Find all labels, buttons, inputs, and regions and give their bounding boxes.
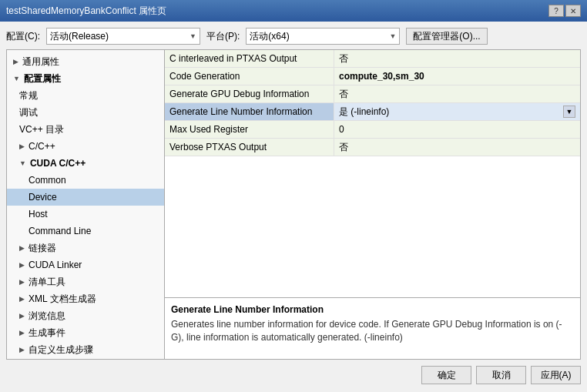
sidebar-item-xmlgen[interactable]: ▶XML 文档生成器 bbox=[7, 290, 164, 307]
apply-button[interactable]: 应用(A) bbox=[531, 366, 581, 384]
platform-dropdown[interactable]: 活动(x64) ▼ bbox=[246, 28, 400, 45]
ok-button[interactable]: 确定 bbox=[421, 366, 471, 384]
prop-value-text-verbose: 否 bbox=[339, 140, 348, 154]
tree-arrow-cpp: ▶ bbox=[19, 139, 25, 153]
sidebar-item-buildevents[interactable]: ▶生成事件 bbox=[7, 324, 164, 341]
prop-value-text-linenum: 是 (-lineinfo) bbox=[339, 105, 389, 119]
prop-value-codegen: compute_30,sm_30 bbox=[334, 68, 580, 85]
prop-value-text-maxreg: 0 bbox=[339, 122, 344, 136]
sidebar-item-vcdir[interactable]: VC++ 目录 bbox=[7, 121, 164, 138]
prop-name-gpudebug: Generate GPU Debug Information bbox=[165, 85, 334, 102]
prop-name-interleaved: C interleaved in PTXAS Output bbox=[165, 50, 334, 67]
tree-arrow-general: ▶ bbox=[13, 55, 18, 69]
cancel-button[interactable]: 取消 bbox=[476, 366, 526, 384]
tree-arrow-linker: ▶ bbox=[19, 241, 25, 255]
sidebar-item-cudalinker[interactable]: ▶CUDA Linker bbox=[7, 256, 164, 273]
prop-row-codegen[interactable]: Code Generationcompute_30,sm_30 bbox=[165, 68, 580, 85]
sidebar-item-host[interactable]: Host bbox=[7, 206, 164, 223]
footer-row: 确定 取消 应用(A) bbox=[6, 364, 581, 386]
tree-item-label-manifest: 清单工具 bbox=[29, 275, 65, 289]
prop-row-verbose[interactable]: Verbose PTXAS Output否 bbox=[165, 139, 580, 156]
prop-value-text-interleaved: 否 bbox=[339, 52, 348, 65]
sidebar-item-cmdline[interactable]: Command Line bbox=[7, 223, 164, 240]
prop-name-codegen: Code Generation bbox=[165, 68, 334, 85]
sidebar-item-device[interactable]: Device bbox=[7, 189, 164, 206]
tree-item-label-cpp: C/C++ bbox=[29, 139, 55, 153]
prop-name-maxreg: Max Used Register bbox=[165, 121, 334, 138]
tree-item-label-common: Common bbox=[29, 173, 66, 187]
sidebar-item-normal[interactable]: 常规 bbox=[7, 87, 164, 104]
tree-item-label-config: 配置属性 bbox=[24, 72, 61, 85]
tree-item-label-vcdir: VC++ 目录 bbox=[19, 122, 64, 136]
sidebar-item-manifest[interactable]: ▶清单工具 bbox=[7, 273, 164, 290]
prop-value-linenum[interactable]: 是 (-lineinfo)▼ bbox=[334, 103, 580, 120]
tree-item-label-normal: 常规 bbox=[19, 89, 38, 102]
tree-arrow-browse: ▶ bbox=[19, 309, 25, 323]
platform-dropdown-arrow: ▼ bbox=[389, 32, 396, 40]
close-button[interactable]: ✕ bbox=[565, 5, 581, 17]
description-text: Generates line number information for de… bbox=[171, 318, 574, 344]
tree-item-label-host: Host bbox=[29, 207, 48, 221]
sidebar-item-general[interactable]: ▶通用属性 bbox=[7, 53, 164, 70]
platform-label: 平台(P): bbox=[206, 30, 240, 43]
properties-panel: C interleaved in PTXAS Output否Code Gener… bbox=[165, 50, 580, 359]
sidebar-item-browse[interactable]: ▶浏览信息 bbox=[7, 307, 164, 324]
sidebar-item-config[interactable]: ▼配置属性 bbox=[7, 70, 164, 87]
content-area: ▶通用属性▼配置属性常规调试VC++ 目录▶C/C++▼CUDA C/C++Co… bbox=[6, 49, 581, 360]
prop-value-maxreg: 0 bbox=[334, 121, 580, 138]
prop-name-linenum: Generate Line Number Information bbox=[165, 103, 334, 120]
description-title: Generate Line Number Information bbox=[171, 304, 574, 315]
tree-arrow-manifest: ▶ bbox=[19, 275, 25, 289]
config-dropdown[interactable]: 活动(Release) ▼ bbox=[46, 28, 200, 45]
tree-arrow-cuda: ▼ bbox=[19, 156, 26, 170]
toolbar-row: 配置(C): 活动(Release) ▼ 平台(P): 活动(x64) ▼ 配置… bbox=[6, 28, 581, 45]
tree-item-label-general: 通用属性 bbox=[22, 55, 59, 69]
sidebar-item-cpp[interactable]: ▶C/C++ bbox=[7, 138, 164, 155]
prop-value-interleaved: 否 bbox=[334, 50, 580, 67]
prop-value-verbose: 否 bbox=[334, 139, 580, 156]
tree-item-label-xmlgen: XML 文档生成器 bbox=[29, 292, 96, 306]
tree-arrow-xmlgen: ▶ bbox=[19, 292, 25, 306]
config-dropdown-arrow: ▼ bbox=[190, 32, 196, 40]
tree-item-label-cudalinker: CUDA Linker bbox=[29, 258, 82, 272]
sidebar-item-cuda[interactable]: ▼CUDA C/C++ bbox=[7, 155, 164, 172]
tree-item-label-debug: 调试 bbox=[19, 106, 38, 119]
tree-panel: ▶通用属性▼配置属性常规调试VC++ 目录▶C/C++▼CUDA C/C++Co… bbox=[7, 50, 165, 359]
prop-row-gpudebug[interactable]: Generate GPU Debug Information否 bbox=[165, 85, 580, 103]
config-manager-button[interactable]: 配置管理器(O)... bbox=[406, 28, 487, 45]
tree-item-label-cuda: CUDA C/C++ bbox=[30, 156, 86, 170]
tree-arrow-custombuild: ▶ bbox=[19, 343, 25, 357]
tree-arrow-cudalinker: ▶ bbox=[19, 258, 25, 272]
tree-arrow-config: ▼ bbox=[13, 72, 20, 85]
title-bar: testSharedMemoryBankConflict 属性页 ? ✕ bbox=[0, 0, 587, 22]
tree-item-label-linker: 链接器 bbox=[29, 241, 56, 255]
prop-dropdown-btn-linenum[interactable]: ▼ bbox=[563, 106, 575, 118]
sidebar-item-custombuild[interactable]: ▶自定义生成步骤 bbox=[7, 341, 164, 358]
prop-row-interleaved[interactable]: C interleaved in PTXAS Output否 bbox=[165, 50, 580, 68]
sidebar-item-common[interactable]: Common bbox=[7, 172, 164, 189]
tree-item-label-buildevents: 生成事件 bbox=[29, 326, 65, 340]
prop-value-text-codegen: compute_30,sm_30 bbox=[339, 69, 424, 83]
tree-arrow-buildevents: ▶ bbox=[19, 326, 25, 340]
tree-item-label-device: Device bbox=[29, 190, 57, 204]
prop-row-linenum[interactable]: Generate Line Number Information是 (-line… bbox=[165, 103, 580, 121]
main-container: 配置(C): 活动(Release) ▼ 平台(P): 活动(x64) ▼ 配置… bbox=[0, 22, 587, 392]
config-value: 活动(Release) bbox=[50, 30, 109, 43]
prop-row-maxreg[interactable]: Max Used Register0 bbox=[165, 121, 580, 139]
window-title: testSharedMemoryBankConflict 属性页 bbox=[6, 5, 166, 18]
prop-value-text-gpudebug: 否 bbox=[339, 87, 348, 101]
window-controls: ? ✕ bbox=[548, 5, 581, 17]
tree-item-label-cmdline: Command Line bbox=[29, 224, 91, 238]
tree-item-label-browse: 浏览信息 bbox=[29, 309, 65, 323]
config-label: 配置(C): bbox=[6, 30, 40, 43]
sidebar-item-codeanalysis[interactable]: ▶代码分析 bbox=[7, 358, 164, 359]
prop-name-verbose: Verbose PTXAS Output bbox=[165, 139, 334, 156]
tree-item-label-custombuild: 自定义生成步骤 bbox=[29, 343, 93, 357]
sidebar-item-debug[interactable]: 调试 bbox=[7, 104, 164, 121]
sidebar-item-linker[interactable]: ▶链接器 bbox=[7, 240, 164, 256]
properties-table: C interleaved in PTXAS Output否Code Gener… bbox=[165, 50, 580, 297]
platform-value: 活动(x64) bbox=[250, 30, 289, 43]
prop-value-gpudebug: 否 bbox=[334, 85, 580, 102]
description-box: Generate Line Number Information Generat… bbox=[165, 297, 580, 359]
help-button[interactable]: ? bbox=[548, 5, 564, 17]
